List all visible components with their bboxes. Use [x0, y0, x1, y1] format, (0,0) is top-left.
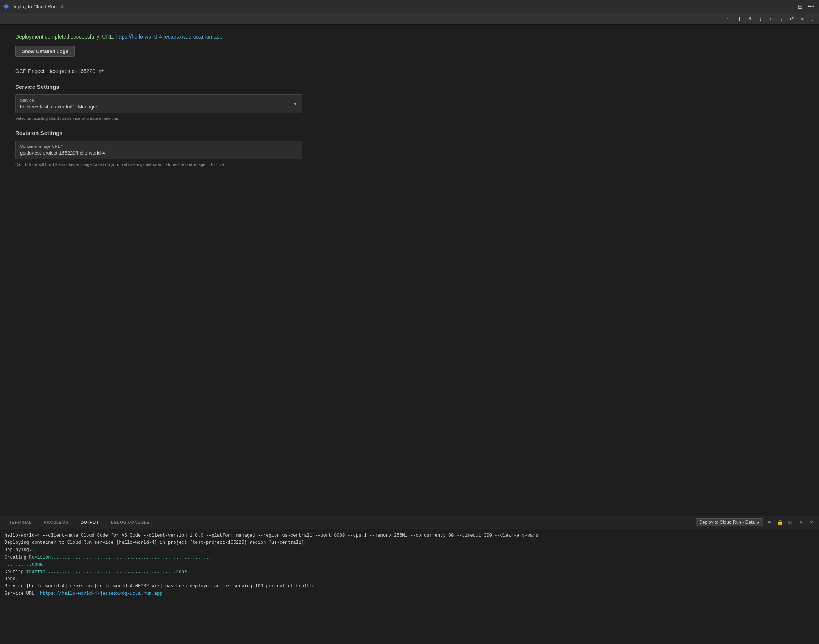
revision-settings-title: Revision Settings	[15, 130, 804, 136]
tab-close-button[interactable]: ×	[59, 3, 65, 9]
container-hint: Cloud Code will build the container imag…	[15, 162, 302, 167]
container-url-field[interactable]: Container image URL * gcr.io/test-projec…	[15, 141, 302, 159]
tab-title: Deploy to Cloud Run	[11, 4, 57, 9]
service-field-value: hello-world-4, us-central1, Managed	[20, 104, 298, 110]
tab-bar: Deploy to Cloud Run × ⊞ •••	[0, 0, 819, 13]
step-out-button[interactable]: ↓	[777, 14, 786, 23]
output-line-4: Creating Revision.......................…	[5, 554, 814, 561]
problems-tab[interactable]: PROBLEMS	[38, 516, 74, 529]
output-content: hello-world-4 --client-name Cloud Code f…	[0, 529, 819, 644]
container-url-label: Container image URL *	[20, 144, 298, 149]
deployment-url-link[interactable]: https://hello-world-4-jecaesxwdq-uc.a.ru…	[116, 34, 222, 40]
output-dots-done: ..........done	[5, 562, 43, 567]
service-field-label: Service *	[20, 98, 298, 102]
output-source-label: Deploy to Cloud Run - Deta	[699, 520, 755, 525]
layout-button[interactable]: ⊞	[796, 2, 804, 11]
clear-output-button[interactable]: ≡	[765, 518, 774, 527]
show-detailed-logs-button[interactable]: Show Detailed Logs	[15, 46, 75, 57]
output-line-7: Done.	[5, 576, 814, 583]
revision-settings-section: Revision Settings Container image URL * …	[15, 130, 804, 167]
panel-tabs-right: Deploy to Cloud Run - Deta ∨ ≡ 🔒 ⧉ ∧ ×	[696, 518, 816, 527]
debug-dropdown-button[interactable]: ⌄	[808, 15, 816, 23]
output-tab[interactable]: OUTPUT	[74, 516, 105, 529]
terminal-tab[interactable]: TERMINAL	[3, 516, 38, 529]
output-service-url-link[interactable]: https://hello-world-4-jecaesxwdq-uc.a.ru…	[40, 591, 163, 596]
container-url-value: gcr.io/test-project-165220/hello-world-4	[20, 150, 298, 156]
output-routing-traffic: traffic.................................…	[26, 569, 187, 574]
restart-over-button[interactable]: ↺	[745, 14, 754, 23]
gcp-project-row: GCP Project: test-project-165220 ⇄	[15, 67, 804, 74]
service-hint: Select an existing cloud run service or …	[15, 116, 302, 121]
debug-toolbar: ⠿ ⏸ ↺ ⤵ ↑ ↓ ↺ ■ ⌄	[0, 13, 819, 25]
tab-left: Deploy to Cloud Run ×	[3, 3, 65, 9]
cloud-run-icon	[3, 3, 9, 9]
output-line-3: Deploying...	[5, 546, 814, 554]
pause-button[interactable]: ⏸	[734, 14, 743, 23]
scroll-up-button[interactable]: ∧	[796, 518, 805, 527]
main-content: Deployment completed successfully! URL: …	[0, 25, 819, 516]
reload-button[interactable]: ↺	[787, 14, 796, 23]
drag-handle[interactable]: ⠿	[724, 14, 733, 23]
output-line-5: ..........done	[5, 561, 814, 568]
panel-tabs-left: TERMINAL PROBLEMS OUTPUT DEBUG CONSOLE	[3, 516, 155, 529]
stop-button[interactable]: ■	[798, 14, 807, 23]
tab-right-actions: ⊞ •••	[796, 2, 816, 11]
output-line-2: Deploying container to Cloud Run service…	[5, 539, 814, 546]
gcp-project-label: GCP Project:	[15, 68, 46, 74]
service-dropdown-icon[interactable]: ▼	[293, 101, 298, 107]
gcp-swap-icon[interactable]: ⇄	[99, 67, 104, 74]
step-over-button[interactable]: ⤵	[755, 14, 765, 23]
service-settings-section: Service Settings Service * hello-world-4…	[15, 84, 804, 121]
output-source-chevron: ∨	[756, 520, 760, 525]
output-red-text: test	[192, 540, 203, 545]
gcp-project-value: test-project-165220	[50, 68, 95, 74]
lock-button[interactable]: 🔒	[775, 518, 784, 527]
output-creating-revision: Revision................................…	[29, 555, 214, 560]
output-line-1: hello-world-4 --client-name Cloud Code f…	[5, 532, 814, 539]
service-field[interactable]: Service * hello-world-4, us-central1, Ma…	[15, 94, 302, 113]
success-prefix-text: Deployment completed successfully! URL:	[15, 34, 116, 40]
debug-console-tab[interactable]: DEBUG CONSOLE	[105, 516, 155, 529]
bottom-panel: TERMINAL PROBLEMS OUTPUT DEBUG CONSOLE D…	[0, 516, 819, 644]
more-options-button[interactable]: •••	[806, 2, 816, 11]
output-line-6: Routing traffic.........................…	[5, 568, 814, 576]
output-source-dropdown[interactable]: Deploy to Cloud Run - Deta ∨	[696, 518, 763, 526]
close-panel-button[interactable]: ×	[807, 518, 816, 527]
panel-tabs: TERMINAL PROBLEMS OUTPUT DEBUG CONSOLE D…	[0, 516, 819, 529]
service-settings-title: Service Settings	[15, 84, 804, 90]
output-line-8: Service [hello-world-4] revision [hello-…	[5, 583, 814, 590]
output-line-9: Service URL: https://hello-world-4-jecae…	[5, 590, 814, 598]
step-into-button[interactable]: ↑	[766, 14, 775, 23]
deployment-success-banner: Deployment completed successfully! URL: …	[15, 34, 804, 40]
copy-button[interactable]: ⧉	[786, 518, 795, 527]
